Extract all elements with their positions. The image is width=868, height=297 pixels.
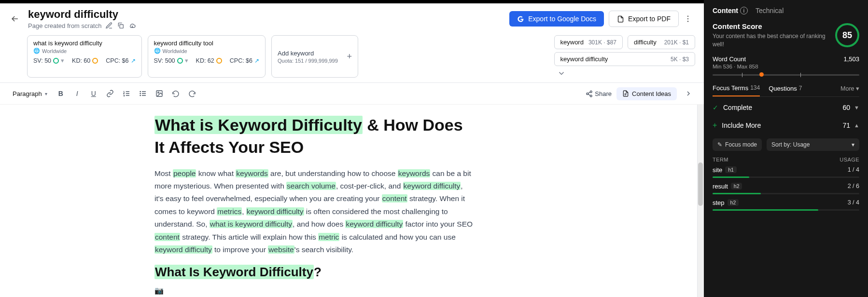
- word-count-label: Word Count: [713, 55, 746, 63]
- export-google-docs-button[interactable]: Export to Google Docs: [509, 11, 604, 27]
- term-row[interactable]: site h1 1 / 4: [713, 166, 859, 178]
- more-menu-button[interactable]: [684, 14, 695, 23]
- sv-stat[interactable]: SV: 50 ▾: [33, 57, 64, 64]
- unordered-list-button[interactable]: [136, 87, 150, 100]
- content-ideas-button[interactable]: Content Ideas: [616, 87, 677, 100]
- keyword-region: Worldwide: [163, 48, 187, 54]
- redo-button[interactable]: [185, 87, 199, 100]
- col-usage: USAGE: [840, 157, 859, 162]
- keyword-card[interactable]: keyword difficulty tool 🌐Worldwide SV: 5…: [148, 35, 266, 78]
- undo-icon: [172, 90, 180, 97]
- ordered-list-button[interactable]: [120, 87, 133, 100]
- keyword-pill[interactable]: difficulty201K · $1: [628, 35, 695, 49]
- chevron-down-icon: ▾: [852, 141, 854, 148]
- expand-panel-button[interactable]: [682, 87, 695, 100]
- complete-row[interactable]: ✓ Complete 60 ▼: [713, 99, 859, 116]
- share-button[interactable]: Share: [586, 90, 612, 97]
- tab-questions[interactable]: Questions 7: [769, 85, 802, 96]
- export-pdf-label: Export to PDF: [628, 15, 671, 23]
- keyword-pills: keyword301K · $87 difficulty201K · $1 ke…: [554, 35, 695, 78]
- svg-point-11: [590, 95, 592, 97]
- bold-button[interactable]: B: [54, 87, 68, 100]
- chevron-down-icon: [557, 69, 566, 78]
- export-pdf-button[interactable]: Export to PDF: [609, 11, 679, 27]
- expand-pills-button[interactable]: [554, 69, 623, 78]
- link-button[interactable]: [103, 87, 117, 100]
- file-icon: [617, 15, 624, 23]
- dots-vertical-icon: [684, 14, 692, 23]
- keyword-pill[interactable]: keyword301K · $87: [554, 35, 623, 49]
- term-name: step: [713, 199, 725, 206]
- term-progress-track: [713, 176, 859, 178]
- term-tag: h2: [728, 199, 739, 206]
- kd-dot-icon: [92, 58, 98, 64]
- cloud-icon[interactable]: [128, 22, 136, 29]
- keyword-pill[interactable]: keyword difficulty5K · $3: [554, 52, 695, 66]
- redo-icon: [188, 90, 196, 97]
- editor-toolbar: Paragraph▾ B I U Share Content Ideas: [0, 83, 704, 105]
- term-row[interactable]: step h2 3 / 4: [713, 199, 859, 211]
- term-usage: 1 / 4: [848, 166, 859, 173]
- document-editor[interactable]: What is Keyword Difficulty & How Does It…: [0, 105, 704, 297]
- term-progress-fill: [713, 209, 818, 211]
- back-button[interactable]: [9, 13, 21, 25]
- scrollbar-thumb[interactable]: [698, 162, 703, 206]
- trend-icon: ↗: [254, 57, 259, 64]
- term-name: result: [713, 183, 728, 190]
- focus-mode-button[interactable]: ✎Focus mode: [713, 138, 762, 151]
- document-heading-2[interactable]: What Is Keyword Difficulty?: [154, 265, 473, 280]
- term-name: site: [713, 166, 722, 174]
- undo-button[interactable]: [169, 87, 182, 100]
- sv-dot-icon: [53, 58, 59, 64]
- kd-dot-icon: [216, 58, 222, 64]
- block-type-select[interactable]: Paragraph▾: [9, 88, 51, 99]
- document-heading-1[interactable]: What is Keyword Difficulty & How Does It…: [154, 114, 473, 159]
- chevron-down-icon: ▼: [854, 105, 859, 110]
- complete-count: 60: [843, 104, 851, 111]
- complete-label: Complete: [723, 104, 752, 111]
- tab-content[interactable]: Content i: [713, 7, 748, 14]
- content-score: Content Score Your content has the best …: [713, 22, 859, 49]
- share-label: Share: [595, 90, 612, 97]
- sort-by-select[interactable]: Sort by: Usage▾: [767, 138, 859, 151]
- link-icon: [106, 90, 114, 97]
- chevron-down-icon: ▾: [185, 57, 188, 64]
- svg-point-10: [587, 93, 588, 94]
- document-image-placeholder[interactable]: 📷: [154, 284, 473, 297]
- plus-icon: +: [347, 52, 352, 62]
- term-row[interactable]: result h2 2 / 6: [713, 183, 859, 194]
- score-value: 85: [842, 30, 852, 40]
- add-keyword-button[interactable]: Add keyword Quota: 151 / 999,999,999 +: [271, 35, 358, 78]
- italic-button[interactable]: I: [70, 87, 84, 100]
- scrollbar-track[interactable]: [697, 105, 704, 297]
- sv-stat[interactable]: SV: 500 ▾: [154, 57, 188, 64]
- svg-point-2: [687, 18, 688, 19]
- svg-point-8: [157, 92, 159, 94]
- word-count-indicator: [759, 72, 764, 77]
- word-count-value: 1,503: [843, 55, 859, 63]
- more-link[interactable]: More ▾: [840, 85, 859, 96]
- page-subtitle: Page created from scratch: [28, 22, 101, 29]
- score-description: Your content has the best chance of rank…: [713, 32, 830, 49]
- kd-stat: KD: 62: [196, 57, 222, 64]
- check-icon: ✓: [713, 104, 718, 111]
- term-progress-track: [713, 193, 859, 194]
- score-ring: 85: [835, 23, 859, 47]
- edit-icon[interactable]: [105, 22, 113, 29]
- cpc-stat: CPC: $6 ↗: [230, 57, 259, 64]
- svg-point-4: [140, 91, 140, 92]
- tab-focus-terms[interactable]: Focus Terms 134: [713, 84, 760, 96]
- copy-icon[interactable]: [117, 22, 125, 29]
- tab-technical[interactable]: Technical: [756, 7, 784, 14]
- document-paragraph[interactable]: Most people know what keywords are, but …: [154, 167, 473, 256]
- chevron-down-icon: ▾: [61, 57, 64, 64]
- image-icon: [155, 90, 163, 97]
- svg-point-1: [687, 16, 688, 17]
- keyword-card[interactable]: what is keyword difficulty 🌐Worldwide SV…: [27, 35, 142, 78]
- image-button[interactable]: [153, 87, 166, 100]
- include-more-count: 71: [843, 122, 851, 129]
- score-title: Content Score: [713, 22, 830, 30]
- include-more-row[interactable]: + Include More 71 ▲: [713, 116, 859, 135]
- info-icon[interactable]: i: [740, 7, 748, 14]
- underline-button[interactable]: U: [87, 87, 100, 100]
